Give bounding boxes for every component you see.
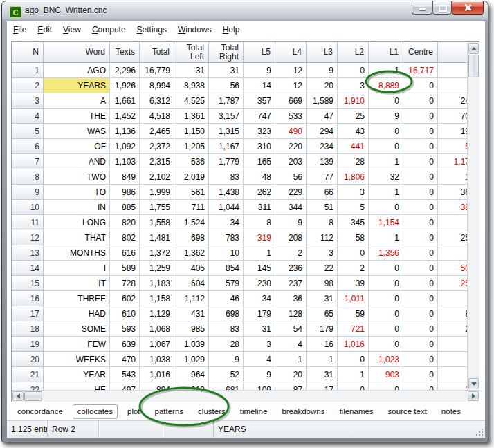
cell-row13-colcentre[interactable]: 0 [403, 245, 438, 261]
cell-row19-coltotal-right[interactable]: 28 [209, 337, 244, 352]
cell-row3-coll1[interactable]: 0 [369, 93, 403, 109]
cell-row6-coll5[interactable]: 310 [244, 139, 275, 154]
cell-row9-coll3[interactable]: 66 [307, 185, 338, 200]
cell-row20-coll2[interactable]: 0 [338, 352, 369, 367]
tab-plot[interactable]: plot [122, 404, 145, 418]
cell-row16-coll2[interactable]: 1,011 [338, 291, 369, 306]
resize-grip[interactable] [475, 427, 484, 436]
cell-row7-coll2[interactable]: 28 [338, 154, 369, 169]
column-header-total-right[interactable]: Total Right [209, 42, 244, 63]
cell-word-some[interactable]: SOME [44, 321, 110, 337]
cell-row14-coltotal-left[interactable]: 405 [174, 261, 209, 276]
cell-row14-colcentre[interactable]: 0 [403, 261, 438, 276]
horizontal-scroll-thumb[interactable] [24, 391, 42, 401]
cell-row8-coltotal[interactable]: 2,102 [140, 169, 174, 185]
cell-row17-colcentre[interactable]: 0 [403, 306, 438, 321]
cell-row9-coltotal[interactable]: 1,999 [140, 185, 174, 200]
cell-row22-colcentre[interactable]: 0 [403, 382, 438, 390]
cell-row10-coltotal[interactable]: 1,755 [140, 200, 174, 215]
cell-row16-coltotal[interactable]: 1,158 [140, 291, 174, 306]
cell-row2-clipped[interactable] [438, 78, 467, 93]
cell-row1-coltotal-right[interactable]: 31 [209, 63, 244, 78]
cell-row17-coltexts[interactable]: 610 [110, 306, 140, 321]
cell-row6-coll1[interactable]: 0 [369, 139, 403, 154]
cell-row6-colcentre[interactable]: 0 [403, 139, 438, 154]
cell-row18-coltotal-right[interactable]: 83 [209, 321, 244, 337]
cell-row15-coll1[interactable]: 0 [369, 276, 403, 291]
cell-row3-colcentre[interactable]: 0 [403, 93, 438, 109]
cell-row19-coll1[interactable]: 0 [369, 337, 403, 352]
cell-row4-coll3[interactable]: 47 [307, 109, 338, 124]
menu-item-view[interactable]: View [57, 22, 86, 37]
column-header-centre[interactable]: Centre [403, 42, 438, 63]
scroll-down-button[interactable] [468, 378, 479, 389]
cell-row1-coll2[interactable]: 0 [338, 63, 369, 78]
cell-word-three[interactable]: THREE [44, 291, 110, 306]
column-header-l2[interactable]: L2 [338, 42, 369, 63]
cell-row6-clipped[interactable]: 5 [438, 139, 467, 154]
cell-row3-coll2[interactable]: 1,910 [338, 93, 369, 109]
cell-row11-coll1[interactable]: 1,154 [369, 215, 403, 230]
cell-row21-coltotal-right[interactable]: 52 [209, 367, 244, 382]
cell-row15-coll4[interactable]: 237 [275, 276, 307, 291]
tab-clusters[interactable]: clusters [193, 404, 230, 418]
cell-row6-coll2[interactable]: 441 [338, 139, 369, 154]
cell-row16-coltotal-right[interactable]: 46 [209, 291, 244, 306]
cell-row15-coltotal-right[interactable]: 579 [209, 276, 244, 291]
column-header-l1[interactable]: L1 [369, 42, 403, 63]
cell-row20-coll4[interactable]: 1 [275, 352, 307, 367]
cell-row1-coll5[interactable]: 9 [244, 63, 275, 78]
cell-row17-coll2[interactable]: 59 [338, 306, 369, 321]
cell-row13-coll4[interactable]: 2 [275, 245, 307, 261]
cell-row17-clipped[interactable]: 8 [438, 306, 467, 321]
menu-item-windows[interactable]: Windows [172, 22, 217, 37]
cell-row8-coltexts[interactable]: 849 [110, 169, 140, 185]
cell-row4-coll2[interactable]: 25 [338, 109, 369, 124]
cell-row8-coltotal-right[interactable]: 83 [209, 169, 244, 185]
cell-row2-coll2[interactable]: 3 [338, 78, 369, 93]
cell-row16-coll1[interactable]: 0 [369, 291, 403, 306]
title-bar[interactable]: C ago_BNC_Written.cnc [2, 1, 488, 20]
cell-word-and[interactable]: AND [44, 154, 110, 169]
cell-row8-coll2[interactable]: 1,806 [338, 169, 369, 185]
cell-row7-coltotal-right[interactable]: 1,779 [209, 154, 244, 169]
cell-row9-colcentre[interactable]: 0 [403, 185, 438, 200]
row-header-19[interactable]: 19 [12, 337, 44, 352]
menu-item-settings[interactable]: Settings [131, 22, 172, 37]
cell-row11-coll2[interactable]: 345 [338, 215, 369, 230]
cell-row1-coltotal-left[interactable]: 31 [174, 63, 209, 78]
cell-row8-coll5[interactable]: 48 [244, 169, 275, 185]
row-header-10[interactable]: 10 [12, 200, 44, 215]
cell-row18-colcentre[interactable]: 0 [403, 321, 438, 337]
cell-row3-coll3[interactable]: 1,589 [307, 93, 338, 109]
cell-row12-coll4[interactable]: 208 [275, 230, 307, 245]
cell-row18-clipped[interactable]: 2 [438, 321, 467, 337]
menu-item-file[interactable]: File [8, 22, 32, 37]
cell-row9-coll2[interactable]: 3 [338, 185, 369, 200]
cell-row14-coll1[interactable]: 0 [369, 261, 403, 276]
cell-row10-coltotal-right[interactable]: 1,044 [209, 200, 244, 215]
scroll-right-button[interactable] [468, 391, 479, 401]
cell-row4-coll5[interactable]: 747 [244, 109, 275, 124]
cell-row4-coll4[interactable]: 533 [275, 109, 307, 124]
cell-row2-coll4[interactable]: 12 [275, 78, 307, 93]
cell-row16-coltexts[interactable]: 602 [110, 291, 140, 306]
cell-row17-coltotal-left[interactable]: 431 [174, 306, 209, 321]
row-header-3[interactable]: 3 [12, 93, 44, 109]
menu-item-compute[interactable]: Compute [86, 22, 131, 37]
cell-row1-coltotal[interactable]: 16,779 [140, 63, 174, 78]
row-header-21[interactable]: 21 [12, 367, 44, 382]
cell-row22-coltotal[interactable]: 894 [140, 382, 174, 390]
cell-row10-clipped[interactable]: 38 [438, 200, 467, 215]
row-header-5[interactable]: 5 [12, 124, 44, 139]
row-header-6[interactable]: 6 [12, 139, 44, 154]
row-header-13[interactable]: 13 [12, 245, 44, 261]
cell-row16-coll4[interactable]: 36 [275, 291, 307, 306]
cell-row4-coltotal[interactable]: 4,518 [140, 109, 174, 124]
cell-row18-coll5[interactable]: 31 [244, 321, 275, 337]
cell-word-years[interactable]: YEARS [44, 78, 110, 93]
cell-row21-clipped[interactable] [438, 367, 467, 382]
cell-row13-coll5[interactable]: 1 [244, 245, 275, 261]
cell-row6-coltotal[interactable]: 2,372 [140, 139, 174, 154]
cell-row13-coltotal-left[interactable]: 1,362 [174, 245, 209, 261]
